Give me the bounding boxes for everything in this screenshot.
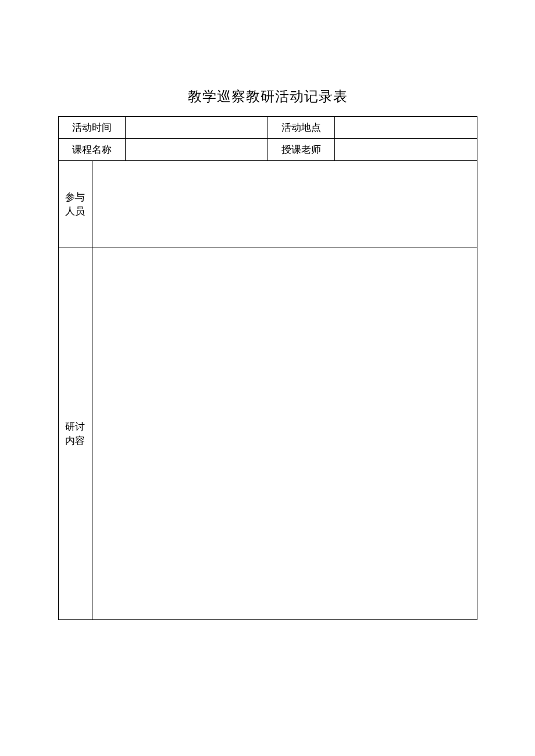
value-activity-location[interactable] — [335, 117, 477, 139]
value-activity-time[interactable] — [126, 117, 268, 139]
label-discussion-content: 研讨内容 — [59, 248, 92, 620]
table-row: 研讨内容 — [59, 248, 477, 620]
record-table: 活动时间 活动地点 课程名称 授课老师 参与人员 研讨内容 — [58, 116, 477, 620]
table-row: 参与人员 — [59, 161, 477, 248]
value-discussion-content[interactable] — [92, 248, 477, 620]
label-activity-location: 活动地点 — [268, 117, 335, 139]
label-activity-time: 活动时间 — [59, 117, 126, 139]
label-participants: 参与人员 — [59, 161, 92, 248]
value-course-name[interactable] — [126, 139, 268, 161]
label-course-name: 课程名称 — [59, 139, 126, 161]
page-container: 教学巡察教研活动记录表 活动时间 活动地点 课程名称 授课老师 参与人员 研讨内… — [0, 0, 535, 620]
value-instructor[interactable] — [335, 139, 477, 161]
table-row: 活动时间 活动地点 — [59, 117, 477, 139]
label-instructor: 授课老师 — [268, 139, 335, 161]
value-participants[interactable] — [92, 161, 477, 248]
form-title: 教学巡察教研活动记录表 — [58, 87, 477, 106]
table-row: 课程名称 授课老师 — [59, 139, 477, 161]
